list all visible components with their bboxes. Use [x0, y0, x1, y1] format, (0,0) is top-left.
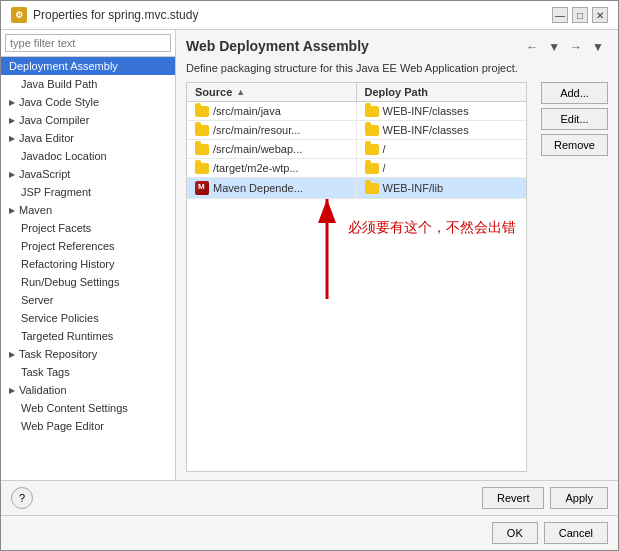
sidebar-item-web-page-editor[interactable]: Web Page Editor: [1, 417, 175, 435]
table-cell-source-0: /src/main/java: [187, 102, 357, 120]
folder-icon: [195, 163, 209, 174]
nav-back-button[interactable]: ←: [522, 38, 542, 56]
add-button[interactable]: Add...: [541, 82, 608, 104]
maximize-button[interactable]: □: [572, 7, 588, 23]
footer-left: ?: [11, 487, 33, 509]
table-and-buttons: Source ▲ Deploy Path /src/main/javaWEB-I…: [186, 82, 608, 472]
table-cell-source-3: /target/m2e-wtp...: [187, 159, 357, 177]
sidebar-item-project-facets[interactable]: Project Facets: [1, 219, 175, 237]
table-row[interactable]: /target/m2e-wtp.../: [187, 159, 526, 178]
table-area: Source ▲ Deploy Path /src/main/javaWEB-I…: [186, 82, 527, 472]
dialog-footer: ? Revert Apply: [1, 480, 618, 515]
sidebar-item-project-references[interactable]: Project References: [1, 237, 175, 255]
table-row[interactable]: /src/main/javaWEB-INF/classes: [187, 102, 526, 121]
ok-cancel-bar: OK Cancel: [1, 515, 618, 550]
sidebar-item-deployment-assembly[interactable]: Deployment Assembly: [1, 57, 175, 75]
table-cell-source-2: /src/main/webap...: [187, 140, 357, 158]
sidebar: Deployment AssemblyJava Build PathJava C…: [1, 30, 176, 480]
folder-icon: [365, 144, 379, 155]
folder-icon: [365, 183, 379, 194]
col-deploy-header: Deploy Path: [357, 83, 527, 101]
panel-title: Web Deployment Assembly: [186, 38, 369, 54]
sidebar-item-java-code-style[interactable]: Java Code Style: [1, 93, 175, 111]
folder-icon: [195, 106, 209, 117]
sidebar-item-server[interactable]: Server: [1, 291, 175, 309]
table-cell-deploy-0: WEB-INF/classes: [357, 102, 527, 120]
panel-description: Define packaging structure for this Java…: [186, 62, 608, 74]
apply-button[interactable]: Apply: [550, 487, 608, 509]
table-cell-deploy-4: WEB-INF/lib: [357, 178, 527, 198]
side-buttons: Add... Edit... Remove: [541, 82, 608, 472]
folder-icon: [365, 163, 379, 174]
dialog: ⚙ Properties for spring.mvc.study — □ ✕ …: [0, 0, 619, 551]
sidebar-item-validation[interactable]: Validation: [1, 381, 175, 399]
edit-button[interactable]: Edit...: [541, 108, 608, 130]
table-row[interactable]: Maven Depende...WEB-INF/lib: [187, 178, 526, 199]
nav-dropdown-button[interactable]: ▼: [544, 38, 564, 56]
table-row[interactable]: /src/main/resour...WEB-INF/classes: [187, 121, 526, 140]
sidebar-item-refactoring-history[interactable]: Refactoring History: [1, 255, 175, 273]
sidebar-item-javadoc-location[interactable]: Javadoc Location: [1, 147, 175, 165]
title-bar-left: ⚙ Properties for spring.mvc.study: [11, 7, 198, 23]
cancel-button[interactable]: Cancel: [544, 522, 608, 544]
table-cell-source-1: /src/main/resour...: [187, 121, 357, 139]
filter-box: [1, 30, 175, 57]
folder-icon: [365, 106, 379, 117]
table-cell-source-4: Maven Depende...: [187, 178, 357, 198]
dialog-title: Properties for spring.mvc.study: [33, 8, 198, 22]
sort-icon-source: ▲: [236, 87, 245, 97]
folder-icon: [365, 125, 379, 136]
dialog-icon: ⚙: [11, 7, 27, 23]
revert-button[interactable]: Revert: [482, 487, 544, 509]
table-cell-deploy-2: /: [357, 140, 527, 158]
remove-button[interactable]: Remove: [541, 134, 608, 156]
sidebar-item-java-editor[interactable]: Java Editor: [1, 129, 175, 147]
panel-nav-buttons: ← ▼ → ▼: [522, 38, 608, 56]
sidebar-items-container: Deployment AssemblyJava Build PathJava C…: [1, 57, 175, 435]
table-cell-deploy-3: /: [357, 159, 527, 177]
sidebar-item-task-tags[interactable]: Task Tags: [1, 363, 175, 381]
table-row[interactable]: /src/main/webap.../: [187, 140, 526, 159]
folder-icon: [195, 144, 209, 155]
sidebar-item-web-content-settings[interactable]: Web Content Settings: [1, 399, 175, 417]
help-button[interactable]: ?: [11, 487, 33, 509]
close-button[interactable]: ✕: [592, 7, 608, 23]
content-area: Deployment AssemblyJava Build PathJava C…: [1, 30, 618, 480]
sidebar-item-targeted-runtimes[interactable]: Targeted Runtimes: [1, 327, 175, 345]
filter-input[interactable]: [5, 34, 171, 52]
sidebar-item-run-debug-settings[interactable]: Run/Debug Settings: [1, 273, 175, 291]
title-controls: — □ ✕: [552, 7, 608, 23]
footer-right: Revert Apply: [482, 487, 608, 509]
col-source-header: Source ▲: [187, 83, 357, 101]
nav-menu-button[interactable]: ▼: [588, 38, 608, 56]
sidebar-item-task-repository[interactable]: Task Repository: [1, 345, 175, 363]
folder-icon: [195, 125, 209, 136]
table-rows-container: /src/main/javaWEB-INF/classes/src/main/r…: [187, 102, 526, 199]
title-bar: ⚙ Properties for spring.mvc.study — □ ✕: [1, 1, 618, 30]
minimize-button[interactable]: —: [552, 7, 568, 23]
sidebar-item-maven[interactable]: Maven: [1, 201, 175, 219]
table-header: Source ▲ Deploy Path: [187, 83, 526, 102]
ok-button[interactable]: OK: [492, 522, 538, 544]
sidebar-item-service-policies[interactable]: Service Policies: [1, 309, 175, 327]
sidebar-item-java-build-path[interactable]: Java Build Path: [1, 75, 175, 93]
table-cell-deploy-1: WEB-INF/classes: [357, 121, 527, 139]
sidebar-item-jsp-fragment[interactable]: JSP Fragment: [1, 183, 175, 201]
sidebar-item-javascript[interactable]: JavaScript: [1, 165, 175, 183]
sidebar-item-java-compiler[interactable]: Java Compiler: [1, 111, 175, 129]
maven-icon: [195, 181, 209, 195]
nav-forward-button[interactable]: →: [566, 38, 586, 56]
main-panel: Web Deployment Assembly ← ▼ → ▼ Define p…: [176, 30, 618, 480]
panel-header: Web Deployment Assembly ← ▼ → ▼: [186, 38, 608, 58]
